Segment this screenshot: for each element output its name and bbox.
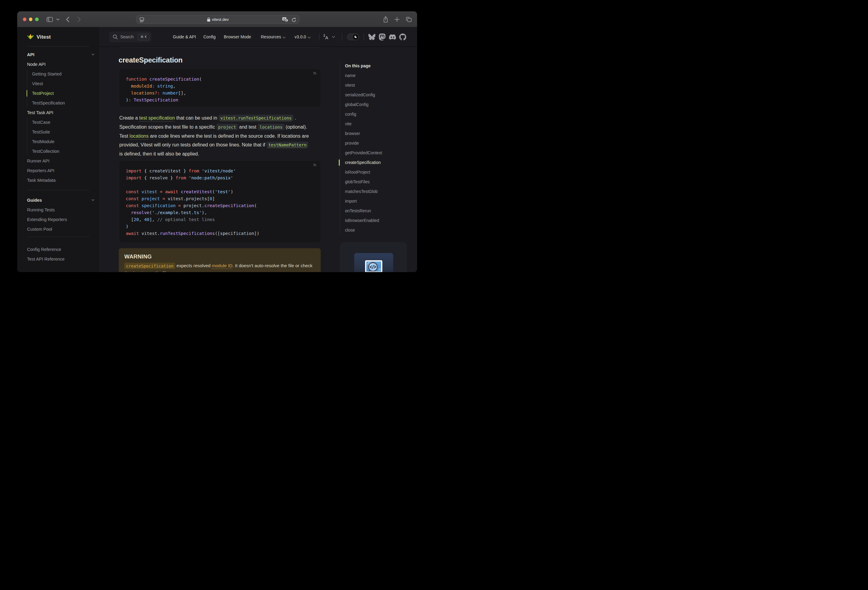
bluesky-link[interactable] [368,34,375,40]
tab-overview-icon[interactable] [406,17,412,22]
sidebar-item-extending-reporters[interactable]: Extending Reporters [27,215,90,224]
outline-item-globtestfiles[interactable]: globTestFiles [345,177,370,187]
outline-item-vitest[interactable]: vitest [345,80,355,90]
reload-icon[interactable] [292,18,296,24]
search-label: Search [120,34,134,39]
ad-card[interactable] [340,242,407,272]
chevron-down-icon[interactable] [91,198,95,203]
address-bar[interactable]: vitest.dev A x [136,15,300,24]
text-line: provided, Vitest will only run tests def… [120,140,325,150]
outline-item-vite[interactable]: vite [345,119,352,129]
sidebar-item-reporters-api[interactable]: Reporters API [27,166,90,175]
sidebar-item-test-api-reference[interactable]: Test API Reference [27,254,90,264]
outline-item-getprovidedcontext[interactable]: getProvidedContext [345,148,382,157]
language-menu[interactable]: x A [323,27,335,47]
code-block-example: ts import { createVitest } from 'vitest/… [120,161,321,243]
inline-link[interactable]: locations [130,134,149,138]
text-run: vitest [142,189,157,194]
close-window-button[interactable] [23,18,27,21]
text-run: that it points to the file system. [124,271,185,272]
text-run: ( [199,77,202,81]
warning-title: WARNING [124,253,315,260]
theme-toggle[interactable] [347,34,359,40]
discord-link[interactable] [389,34,396,40]
outline-item-name[interactable]: name [345,71,356,80]
sidebar-item-testproject[interactable]: TestProject [32,88,90,98]
sidebar-menu-chevron-icon[interactable] [56,18,59,21]
text-run: ], [149,217,157,222]
sidebar-item-vitest[interactable]: Vitest [32,79,90,88]
forward-button[interactable] [77,17,81,22]
nav-link-browser-mode[interactable]: Browser Mode [224,27,251,47]
text-run: = [162,196,165,201]
inline-link[interactable]: testNamePattern [267,141,308,148]
outline-item-isbrowserenabled[interactable]: isBrowserEnabled [345,216,379,225]
brand[interactable]: Vitest [27,34,51,40]
outline-item-provide[interactable]: provide [345,138,359,148]
sidebar-item-testsuite[interactable]: TestSuite [32,127,90,137]
translate-page-icon[interactable]: A x [282,17,288,24]
nav-link-label: v3.0.0 [295,34,306,39]
sidebar-item-api[interactable]: API [27,50,90,59]
titlebar: vitest.dev A x [17,12,417,27]
sidebar-item-getting-started[interactable]: Getting Started [32,69,90,79]
sidebar-item-test-task-api[interactable]: Test Task API [27,108,90,118]
outline-item-createspecification[interactable]: createSpecification [345,157,381,167]
outline-item-globalconfig[interactable]: globalConfig [345,100,369,109]
outline-item-isrootproject[interactable]: isRootProject [345,167,370,177]
outline-item-ontestsrerun[interactable]: onTestsRerun [345,206,371,216]
url-display: vitest.dev [137,15,299,24]
sidebar-toggle-icon[interactable] [47,16,53,23]
sidebar-item-testspecification[interactable]: TestSpecification [32,98,90,108]
sidebar-item-label: TestProject [32,91,54,96]
back-button[interactable] [66,17,69,22]
nav-link-resources[interactable]: Resources [261,27,286,47]
share-icon[interactable] [383,16,388,23]
inline-code: locations [258,124,284,130]
text-run: . [294,115,296,121]
outline-item-matchestestglob[interactable]: matchesTestGlob [345,187,378,196]
text-line: ) [126,223,320,230]
text-run: const [126,196,139,201]
sidebar-item-runner-api[interactable]: Runner API [27,156,90,166]
sidebar-item-guides[interactable]: Guides [27,195,90,205]
sidebar-item-custom-pool[interactable]: Custom Pool [27,224,90,234]
sidebar-item-testcollection[interactable]: TestCollection [32,146,90,156]
nav-link-config[interactable]: Config [204,27,216,47]
inline-link[interactable]: vitest.runTestSpecifications [218,115,294,121]
sidebar-item-testmodule[interactable]: TestModule [32,137,90,146]
sidebar-item-config-reference[interactable]: Config Reference [27,244,90,254]
new-tab-icon[interactable] [394,17,400,22]
minimize-window-button[interactable] [29,18,32,21]
nav-link-v3-0-0[interactable]: v3.0.0 [295,27,311,47]
sidebar-item-node-api[interactable]: Node API [27,59,90,69]
text-run [178,189,181,194]
text-run [147,77,150,81]
outline-item-import[interactable]: import [345,196,357,206]
chevron-down-icon [308,35,311,40]
text-line: Test locations are code lines where the … [120,132,325,140]
nav-link-guide-api[interactable]: Guide & API [173,27,196,47]
github-link[interactable] [399,34,406,40]
inline-link[interactable]: module ID [212,263,232,268]
outline-item-config[interactable]: config [345,109,356,119]
outline-item-close[interactable]: close [345,225,355,235]
sidebar-item-running-tests[interactable]: Running Tests [27,205,90,215]
outline-item-browser[interactable]: browser [345,129,360,138]
outline-item-serializedconfig[interactable]: serializedConfig [345,90,375,100]
text-run: from [176,175,186,180]
zoom-window-button[interactable] [35,18,39,21]
text-line: const vitest = await createVitest('test'… [126,188,320,195]
text-run: createSpecification [204,203,254,208]
chevron-down-icon[interactable] [91,53,95,57]
mastodon-link[interactable] [379,34,386,40]
search-button[interactable]: Search ⌘K [109,31,151,42]
sidebar-item-task-metadata[interactable]: Task Metadata [27,175,90,185]
bluesky-icon [368,34,375,40]
inline-link[interactable]: test specification [139,115,175,121]
nav-separator [363,33,364,40]
text-run: : [152,84,155,88]
text-run: string [157,84,173,88]
search-icon [113,34,118,40]
sidebar-item-testcase[interactable]: TestCase [32,118,90,127]
